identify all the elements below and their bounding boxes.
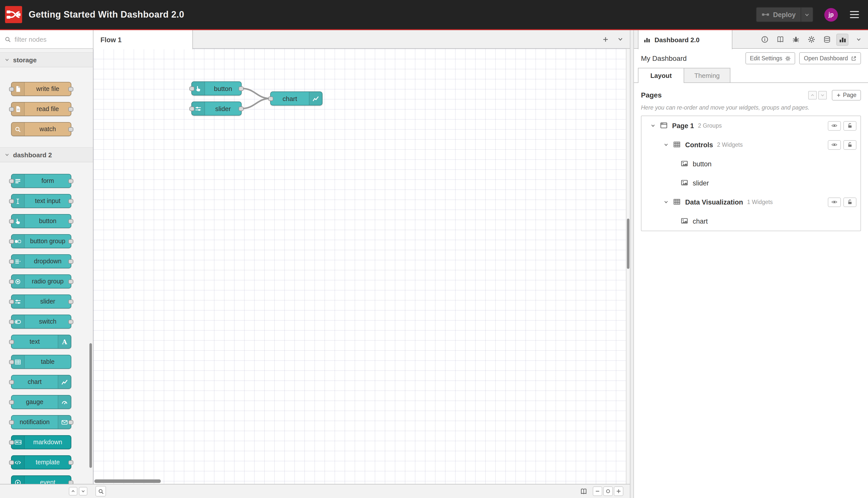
- port-in[interactable]: [9, 359, 14, 364]
- palette-node-radio-group[interactable]: radio group: [11, 274, 71, 288]
- port-in[interactable]: [9, 299, 14, 304]
- collapse-categories-button[interactable]: [69, 487, 77, 496]
- port-out[interactable]: [68, 279, 74, 284]
- port-in[interactable]: [9, 107, 14, 111]
- palette-node-button[interactable]: button: [11, 214, 71, 228]
- palette-node-slider[interactable]: slider: [11, 294, 71, 309]
- palette-node-dropdown[interactable]: dropdown: [11, 254, 71, 268]
- add-page-button[interactable]: Page: [832, 90, 861, 100]
- sidebar-tab-dashboard[interactable]: Dashboard 2.0: [638, 30, 732, 49]
- open-dashboard-button[interactable]: Open Dashboard: [799, 52, 861, 64]
- chevron-down-icon[interactable]: [664, 142, 670, 147]
- port-in[interactable]: [9, 219, 14, 223]
- category-dashboard-2[interactable]: dashboard 2: [0, 147, 93, 162]
- port-in[interactable]: [9, 199, 14, 203]
- flow-list-button[interactable]: [615, 34, 626, 45]
- port-out[interactable]: [68, 239, 74, 244]
- port-out[interactable]: [68, 107, 74, 111]
- flow-node-chart[interactable]: chart: [270, 91, 322, 106]
- visibility-toggle-button[interactable]: [828, 140, 841, 149]
- palette-node-switch[interactable]: switch: [11, 315, 71, 329]
- tree-row-widget-button[interactable]: button: [641, 154, 860, 173]
- palette-node-watch[interactable]: watch: [11, 122, 71, 136]
- edit-settings-button[interactable]: Edit Settings: [745, 52, 796, 64]
- vertical-scrollbar-track[interactable]: [626, 49, 630, 484]
- palette-node-text-input[interactable]: text input: [11, 194, 71, 208]
- chevron-down-icon[interactable]: [664, 199, 670, 205]
- flow-node-slider[interactable]: slider: [191, 102, 242, 116]
- add-flow-button[interactable]: [600, 34, 611, 45]
- flow-canvas[interactable]: button slider chart: [93, 49, 630, 498]
- palette-node-event[interactable]: event: [11, 475, 71, 484]
- port-in[interactable]: [9, 380, 14, 384]
- avatar[interactable]: jp: [824, 8, 838, 21]
- port-out[interactable]: [68, 480, 74, 484]
- palette-node-write-file[interactable]: write file: [11, 82, 71, 96]
- port-in[interactable]: [9, 239, 14, 244]
- port-in[interactable]: [9, 279, 14, 284]
- port-out[interactable]: [68, 219, 74, 223]
- tab-theming[interactable]: Theming: [684, 68, 730, 83]
- tab-flow-1[interactable]: Flow 1: [93, 30, 193, 49]
- expand-categories-button[interactable]: [79, 487, 88, 496]
- sidebar-resize-handle[interactable]: [630, 30, 634, 498]
- palette-node-markdown[interactable]: markdown: [11, 435, 71, 449]
- filter-nodes-input[interactable]: [15, 36, 89, 43]
- port-out[interactable]: [68, 319, 74, 324]
- tree-row-page-1[interactable]: Page 1 2 Groups: [641, 116, 860, 135]
- category-storage[interactable]: storage: [0, 52, 93, 67]
- tree-row-group-data-visualization[interactable]: Data Visualization 1 Widgets: [641, 193, 860, 212]
- navigator-toggle-button[interactable]: [579, 487, 589, 496]
- flow-node-button[interactable]: button: [191, 81, 242, 95]
- visibility-toggle-button[interactable]: [828, 121, 841, 130]
- context-tab-button[interactable]: [821, 34, 833, 45]
- chevron-down-icon[interactable]: [651, 123, 656, 128]
- port-out[interactable]: [68, 259, 74, 264]
- port-out[interactable]: [68, 179, 74, 183]
- port-in[interactable]: [9, 420, 14, 424]
- port-out[interactable]: [68, 199, 74, 203]
- deploy-options-button[interactable]: [801, 8, 813, 22]
- visibility-toggle-button[interactable]: [828, 197, 841, 207]
- palette-node-table[interactable]: table: [11, 355, 71, 369]
- port-in[interactable]: [268, 96, 273, 101]
- port-in[interactable]: [9, 319, 14, 324]
- deploy-button[interactable]: Deploy: [756, 7, 813, 22]
- port-in[interactable]: [189, 86, 195, 91]
- port-out[interactable]: [239, 86, 244, 91]
- lock-toggle-button[interactable]: [843, 140, 856, 149]
- palette-node-notification[interactable]: notification: [11, 415, 71, 429]
- palette-node-form[interactable]: form: [11, 174, 71, 188]
- port-out[interactable]: [68, 87, 74, 91]
- main-menu-button[interactable]: [850, 11, 859, 18]
- zoom-out-button[interactable]: [593, 486, 602, 496]
- lock-toggle-button[interactable]: [843, 121, 856, 130]
- palette-node-gauge[interactable]: gauge: [11, 395, 71, 409]
- port-out[interactable]: [68, 299, 74, 304]
- debug-tab-button[interactable]: [790, 34, 802, 45]
- tree-row-widget-chart[interactable]: chart: [641, 212, 860, 231]
- tree-row-widget-slider[interactable]: slider: [641, 173, 860, 193]
- lock-toggle-button[interactable]: [843, 197, 856, 207]
- port-in[interactable]: [9, 339, 14, 344]
- port-out[interactable]: [68, 420, 74, 424]
- port-out[interactable]: [68, 460, 74, 464]
- vertical-scrollbar[interactable]: [627, 219, 629, 269]
- palette-node-button-group[interactable]: button group: [11, 234, 71, 248]
- help-tab-button[interactable]: [774, 34, 786, 45]
- config-nodes-tab-button[interactable]: [805, 34, 817, 45]
- search-flows-button[interactable]: [95, 486, 106, 497]
- horizontal-scrollbar[interactable]: [94, 480, 161, 483]
- port-out[interactable]: [68, 127, 74, 131]
- port-in[interactable]: [9, 460, 14, 464]
- dashboard-tab-button[interactable]: [836, 34, 849, 45]
- port-in[interactable]: [9, 400, 14, 404]
- info-tab-button[interactable]: [759, 34, 771, 45]
- tree-row-group-controls[interactable]: Controls 2 Widgets: [641, 135, 860, 154]
- tab-layout[interactable]: Layout: [638, 68, 684, 83]
- move-down-button[interactable]: [818, 91, 827, 99]
- port-in[interactable]: [189, 106, 195, 111]
- port-in[interactable]: [9, 179, 14, 183]
- palette-node-text[interactable]: text A: [11, 335, 71, 349]
- palette-node-chart[interactable]: chart: [11, 375, 71, 389]
